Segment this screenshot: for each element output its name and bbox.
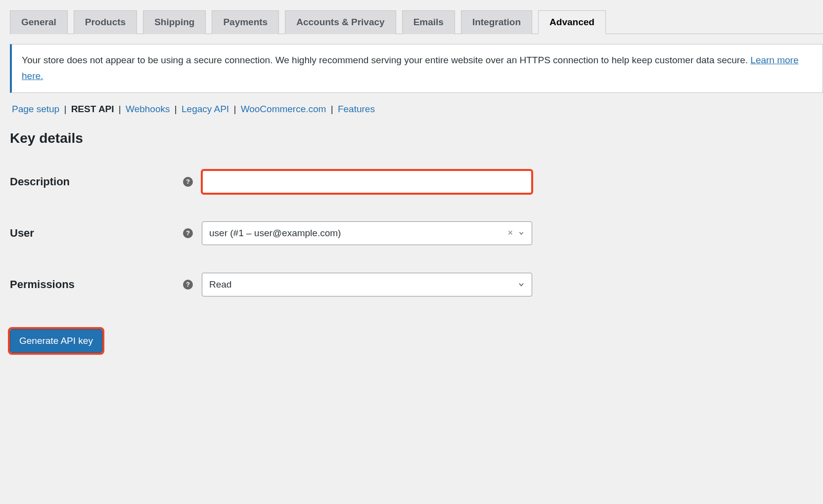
tab-general[interactable]: General <box>10 10 68 34</box>
settings-tabs: General Products Shipping Payments Accou… <box>10 10 823 34</box>
section-title: Key details <box>10 130 823 146</box>
tab-products[interactable]: Products <box>74 10 137 34</box>
tab-accounts-privacy[interactable]: Accounts & Privacy <box>285 10 396 34</box>
help-icon[interactable]: ? <box>183 280 193 290</box>
user-select-value: user (#1 – user@example.com) <box>209 228 341 239</box>
description-input[interactable] <box>202 170 532 194</box>
subnav-woocommerce-com[interactable]: WooCommerce.com <box>241 104 326 114</box>
chevron-down-icon <box>518 230 525 237</box>
user-label: User <box>10 227 183 240</box>
help-icon[interactable]: ? <box>183 177 193 187</box>
generate-api-key-button[interactable]: Generate API key <box>10 329 102 353</box>
user-select[interactable]: user (#1 – user@example.com) × <box>202 221 532 245</box>
permissions-select[interactable]: Read <box>202 273 532 296</box>
tab-emails[interactable]: Emails <box>402 10 455 34</box>
tab-advanced[interactable]: Advanced <box>538 10 606 34</box>
permissions-label: Permissions <box>10 278 183 291</box>
help-icon[interactable]: ? <box>183 228 193 238</box>
subnav-features[interactable]: Features <box>338 104 375 114</box>
subnav-legacy-api[interactable]: Legacy API <box>182 104 229 114</box>
tab-integration[interactable]: Integration <box>461 10 532 34</box>
description-label: Description <box>10 175 183 188</box>
close-icon[interactable]: × <box>507 228 513 238</box>
subnav-webhooks[interactable]: Webhooks <box>126 104 170 114</box>
subnav-rest-api[interactable]: REST API <box>71 104 114 114</box>
subnav-page-setup[interactable]: Page setup <box>12 104 59 114</box>
tab-shipping[interactable]: Shipping <box>143 10 206 34</box>
advanced-subnav: Page setup | REST API | Webhooks | Legac… <box>12 104 823 115</box>
tab-payments[interactable]: Payments <box>212 10 279 34</box>
ssl-notice: Your store does not appear to be using a… <box>10 44 823 93</box>
notice-text: Your store does not appear to be using a… <box>22 55 750 65</box>
